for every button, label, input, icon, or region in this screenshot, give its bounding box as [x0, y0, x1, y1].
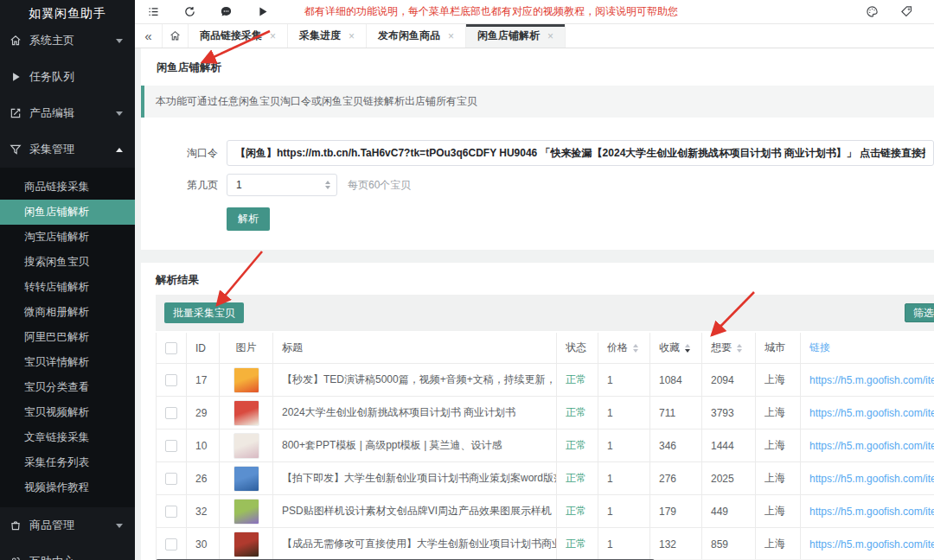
sidebar-menu-item[interactable]: 系统主页: [0, 22, 135, 59]
cell-favorites: 1084: [650, 364, 702, 396]
row-checkbox-cell: [157, 462, 187, 494]
chat-icon[interactable]: [208, 5, 244, 18]
sort-arrows-icon[interactable]: [633, 344, 638, 353]
cell-city: 上海: [756, 397, 801, 429]
tkl-input[interactable]: [227, 140, 934, 166]
filter-button[interactable]: 筛选: [905, 303, 934, 322]
column-label: 链接: [809, 340, 830, 355]
sidebar-submenu-item[interactable]: 闲鱼店铺解析: [0, 200, 135, 225]
sidebar-submenu-item[interactable]: 阿里巴巴解析: [0, 325, 135, 350]
cell-wants: 859: [702, 528, 756, 560]
sort-arrows-icon[interactable]: [737, 344, 742, 353]
row-checkbox[interactable]: [165, 407, 177, 419]
row-checkbox[interactable]: [165, 440, 177, 452]
tab[interactable]: 发布闲鱼商品 ×: [367, 24, 466, 48]
batch-collect-button[interactable]: 批量采集宝贝: [164, 302, 244, 323]
tab[interactable]: 采集进度 ×: [288, 24, 367, 48]
row-checkbox[interactable]: [165, 374, 177, 386]
theme-palette-icon[interactable]: [866, 5, 879, 18]
row-checkbox-cell: [157, 364, 187, 396]
menu-item-label: 产品编辑: [29, 105, 116, 121]
sidebar-submenu-item[interactable]: 商品链接采集: [0, 175, 135, 200]
parse-button[interactable]: 解析: [227, 207, 270, 231]
results-table: ID 图片 标题 状态 价格 收藏 想要 城市 链接 17 【秒发】TED演讲稿…: [156, 333, 934, 560]
sidebar-submenu-item[interactable]: 视频操作教程: [0, 475, 135, 500]
tag-icon[interactable]: [900, 5, 913, 18]
sidebar-submenu-item[interactable]: 微商相册解析: [0, 300, 135, 325]
tab[interactable]: 闲鱼店铺解析 ×: [466, 24, 566, 48]
cell-id: 26: [187, 462, 220, 494]
header-cell[interactable]: 价格: [598, 333, 650, 363]
sidebar-submenu-item[interactable]: 搜索闲鱼宝贝: [0, 250, 135, 275]
tab-close-icon[interactable]: ×: [270, 30, 276, 42]
cell-link[interactable]: https://h5.m.goofish.com/item?id: [801, 528, 934, 560]
sidebar-menu-item[interactable]: 商品管理: [0, 507, 135, 544]
tab-close-icon[interactable]: ×: [349, 30, 355, 42]
sidebar-submenu-item[interactable]: 转转店铺解析: [0, 275, 135, 300]
play-icon[interactable]: [244, 5, 280, 18]
header-cell[interactable]: 想要: [702, 333, 756, 363]
collapse-menu-icon[interactable]: [135, 5, 171, 18]
cell-status: 正常: [557, 528, 598, 560]
cell-title: PSD贴图样机设计素材文创品牌VI周边产品效果图展示样机: [273, 495, 557, 527]
sidebar-submenu-item[interactable]: 淘宝店铺解析: [0, 225, 135, 250]
sidebar-menu-item[interactable]: 任务队列: [0, 59, 135, 95]
cell-link[interactable]: https://h5.m.goofish.com/item?id: [801, 430, 934, 461]
item-thumbnail: [234, 367, 259, 393]
help-notice-text: 都有详细的功能说明，每个菜单栏底部也都有对应的视频教程，阅读说明可帮助您: [304, 4, 678, 19]
sidebar-menu-item[interactable]: 互助中心: [0, 544, 135, 560]
tab-close-icon[interactable]: ×: [448, 30, 454, 42]
item-thumbnail: [234, 531, 259, 557]
tab-close-icon[interactable]: ×: [547, 30, 553, 42]
tab-label: 商品链接采集: [200, 29, 262, 43]
sidebar-submenu-item[interactable]: 宝贝视频解析: [0, 400, 135, 425]
topbar-right-icons: [866, 5, 934, 18]
submenu-item-label: 视频操作教程: [24, 481, 89, 493]
row-checkbox[interactable]: [165, 506, 177, 518]
cell-link[interactable]: https://h5.m.goofish.com/item?id: [801, 462, 934, 494]
cell-status: 正常: [557, 430, 598, 461]
row-checkbox[interactable]: [165, 538, 177, 550]
cell-link[interactable]: https://h5.m.goofish.com/item?id: [801, 397, 934, 429]
home-tab-icon[interactable]: [163, 24, 189, 48]
page-number-stepper[interactable]: 1: [227, 174, 337, 196]
sort-arrows-icon[interactable]: [685, 344, 690, 353]
select-all-checkbox[interactable]: [165, 342, 177, 354]
tabs-collapse-button[interactable]: «: [135, 24, 163, 48]
cell-status: 正常: [557, 462, 598, 494]
tab[interactable]: 商品链接采集 ×: [189, 24, 288, 48]
parse-panel: 闲鱼店铺解析 本功能可通过任意闲鱼宝贝淘口令或闲鱼宝贝链接解析出店铺所有宝贝 淘…: [141, 48, 934, 250]
table-header-row: ID 图片 标题 状态 价格 收藏 想要 城市 链接: [157, 333, 934, 364]
sidebar-menu-item[interactable]: 产品编辑: [0, 95, 135, 131]
chevron-icon: [116, 148, 123, 152]
item-thumbnail: [234, 466, 259, 492]
submenu-item-label: 文章链接采集: [24, 431, 89, 443]
cell-wants: 2025: [702, 462, 756, 494]
sidebar-submenu-item[interactable]: 文章链接采集: [0, 425, 135, 450]
sidebar-submenu-item[interactable]: 宝贝详情解析: [0, 350, 135, 375]
submenu-item-label: 微商相册解析: [24, 306, 89, 318]
header-columns: ID 图片 标题 状态 价格 收藏 想要 城市 链接: [187, 333, 934, 363]
cell-title: 2024大学生创业创新挑战杯项目计划书 商业计划书: [273, 397, 557, 429]
page-number-label: 第几页: [141, 178, 218, 193]
stepper-arrows-icon[interactable]: [325, 181, 330, 189]
cell-link[interactable]: https://h5.m.goofish.com/item?id: [801, 364, 934, 396]
tab-label: 闲鱼店铺解析: [477, 29, 540, 43]
cell-link[interactable]: https://h5.m.goofish.com/item?id: [801, 495, 934, 527]
page-title: 闲鱼店铺解析: [157, 60, 221, 75]
sidebar-submenu-item[interactable]: 采集任务列表: [0, 450, 135, 475]
card-gap: [141, 250, 934, 263]
collect-icon: [10, 143, 22, 156]
item-thumbnail: [234, 400, 259, 426]
sidebar-menu: 系统主页 任务队列 产品编辑 采集管理: [0, 22, 135, 168]
submenu-item-label: 宝贝详情解析: [24, 356, 89, 368]
refresh-icon[interactable]: [171, 5, 208, 18]
sidebar-submenu-item[interactable]: 宝贝分类查看: [0, 375, 135, 400]
main-area: 都有详细的功能说明，每个菜单栏底部也都有对应的视频教程，阅读说明可帮助您 « 商…: [135, 0, 934, 560]
row-checkbox[interactable]: [165, 473, 177, 485]
menu-item-label: 任务队列: [29, 69, 116, 85]
menu-item-label: 采集管理: [29, 142, 116, 157]
results-title: 解析结果: [156, 273, 934, 288]
header-cell[interactable]: 收藏: [650, 333, 702, 363]
sidebar-menu-item[interactable]: 采集管理: [0, 131, 135, 168]
